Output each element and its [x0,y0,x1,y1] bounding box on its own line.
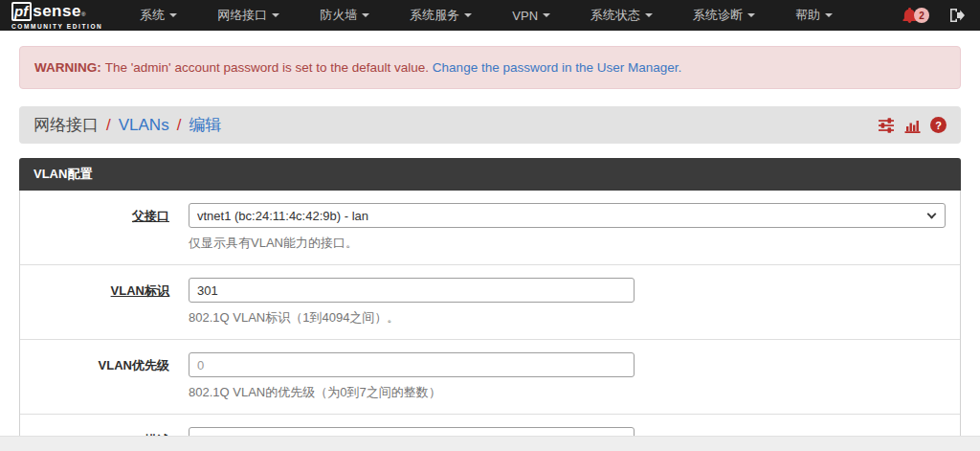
vlan-tag-input[interactable] [189,278,635,303]
vlan-priority-label: VLAN优先级 [20,352,169,401]
logo-pf: pf [11,2,32,21]
menu-diagnostics[interactable]: 系统诊断 [673,0,775,31]
menu-services[interactable]: 系统服务 [390,0,492,31]
top-navbar: pfsense® COMMUNITY EDITION 系统 网络接口 防火墙 系… [0,0,980,31]
logo-registered-mark: ® [81,11,85,17]
caret-down-icon [747,13,755,17]
sign-out-icon[interactable] [948,8,965,23]
caret-down-icon [825,13,833,17]
breadcrumb-bar: 网络接口 / VLANs / 编辑 [19,106,961,144]
menu-firewall[interactable]: 防火墙 [300,0,390,31]
notifications-bell-icon[interactable]: 2 [902,8,929,23]
vlan-tag-help: 802.1Q VLAN标识（1到4094之间）。 [189,309,946,327]
footer-strip [0,436,980,451]
vlan-tag-label: VLAN标识 [20,278,169,327]
vlan-priority-input[interactable] [189,352,635,377]
parent-interface-label: 父接口 [20,203,169,252]
admin-password-warning-alert: WARNING:The 'admin' account password is … [19,46,961,89]
breadcrumb-vlans-link[interactable]: VLANs [119,116,169,135]
page-content: WARNING:The 'admin' account password is … [0,46,980,451]
menu-help[interactable]: 帮助 [775,0,853,31]
pfsense-logo[interactable]: pfsense® COMMUNITY EDITION [0,0,112,31]
user-manager-link[interactable]: Change the password in the User Manager. [433,60,681,75]
caret-down-icon [169,13,177,17]
menu-vpn[interactable]: VPN [492,0,570,31]
parent-interface-select[interactable]: vtnet1 (bc:24:11:4c:42:9b) - lan [189,203,946,228]
warning-prefix: WARNING: [34,60,101,75]
panel-title: VLAN配置 [19,158,961,191]
logo-edition: COMMUNITY EDITION [11,23,102,30]
vlan-config-panel: VLAN配置 父接口 vtnet1 (bc:24:11:4c:42:9b) - … [19,158,961,451]
caret-down-icon [645,13,653,17]
menu-interfaces[interactable]: 网络接口 [197,0,300,31]
caret-down-icon [362,13,369,17]
logo-sense: sense [33,2,81,21]
main-menu: 系统 网络接口 防火墙 系统服务 VPN 系统状态 系统诊断 帮助 [120,0,853,31]
breadcrumb-interfaces: 网络接口 [33,114,99,136]
warning-message: The 'admin' account password is set to t… [105,60,429,75]
menu-status[interactable]: 系统状态 [570,0,673,31]
parent-interface-help: 仅显示具有VLAN能力的接口。 [189,235,946,252]
form-row-vlan-priority: VLAN优先级 802.1Q VLAN的优先级（为0到7之间的整数） [20,339,960,414]
svg-text:?: ? [935,120,942,131]
vlan-priority-help: 802.1Q VLAN的优先级（为0到7之间的整数） [189,384,946,401]
breadcrumb-actions: ? [878,117,947,133]
sliders-icon[interactable] [878,118,895,133]
caret-down-icon [272,13,279,17]
form-row-parent-interface: 父接口 vtnet1 (bc:24:11:4c:42:9b) - lan 仅显示… [20,191,960,264]
help-question-icon[interactable]: ? [930,117,947,133]
status-chart-icon[interactable] [904,118,921,133]
breadcrumb-separator: / [106,116,111,135]
breadcrumb-separator: / [177,116,182,135]
caret-down-icon [464,13,472,17]
breadcrumb-edit-link[interactable]: 编辑 [189,114,221,136]
notification-count-badge: 2 [914,8,929,23]
navbar-right: 2 [902,0,980,31]
form-row-vlan-tag: VLAN标识 802.1Q VLAN标识（1到4094之间）。 [20,264,960,339]
caret-down-icon [543,13,550,17]
menu-system[interactable]: 系统 [120,0,197,31]
